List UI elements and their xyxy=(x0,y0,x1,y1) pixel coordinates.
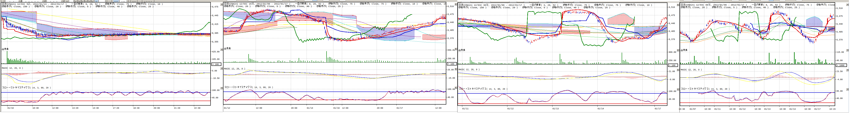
svg-text:250.00: 250.00 xyxy=(669,59,676,62)
svg-text:16:30: 16:30 xyxy=(679,108,685,110)
svg-text:21.00: 21.00 xyxy=(669,71,675,73)
svg-text:21:20: 21:20 xyxy=(174,107,180,109)
svg-text:-15.00: -15.00 xyxy=(447,77,455,79)
svg-text:225mini 12/03( 5: 225mini 12/03( 5 xyxy=(6,3,28,5)
svg-text:( 9, 26, 52 ): ( 9, 26, 52 ) xyxy=(83,3,100,5)
svg-text:, 2012/01/06 - 2012/01/17 ): , 2012/01/06 - 2012/01/17 ) xyxy=(254,3,290,5)
svg-text:40.00: 40.00 xyxy=(836,97,843,100)
svg-text:40.00: 40.00 xyxy=(447,96,454,98)
svg-text:01/12: 01/12 xyxy=(224,107,230,109)
svg-text:16:30: 16:30 xyxy=(779,108,786,110)
svg-text:( Close, 20 ): ( Close, 20 ) xyxy=(500,6,518,9)
svg-text:225mini 12/03( 60: 225mini 12/03( 60 xyxy=(685,4,708,6)
svg-text:12:00: 12:00 xyxy=(256,107,262,109)
svg-text:10:40: 10:40 xyxy=(32,107,39,109)
svg-text:( 14, 3, 80, 20 ): ( 14, 3, 80, 20 ) xyxy=(709,88,730,90)
svg-text:, 2012/01/13 - 2012/01/17 ): , 2012/01/13 - 2012/01/17 ) xyxy=(30,3,67,5)
svg-text:× 1000: × 1000 xyxy=(837,64,844,67)
svg-text:01/12: 01/12 xyxy=(739,108,746,110)
svg-text:MACD( 12, 26, 9 ): MACD( 12, 26, 9 ) xyxy=(681,69,702,71)
svg-text:( Close, 25 ): ( Close, 25 ) xyxy=(782,6,800,9)
svg-text:23.50: 23.50 xyxy=(836,71,843,73)
svg-text:16:15: 16:15 xyxy=(829,108,836,110)
svg-text:8,405: 8,405 xyxy=(447,29,454,32)
svg-text:( Close, 40 ): ( Close, 40 ) xyxy=(562,6,579,9)
svg-text:45.00: 45.00 xyxy=(212,97,218,99)
svg-text:( Close, 10 ): ( Close, 10 ) xyxy=(146,3,163,5)
svg-text:8,510: 8,510 xyxy=(669,6,675,8)
svg-text:12:00: 12:00 xyxy=(342,107,348,109)
svg-text:100.00: 100.00 xyxy=(447,88,455,90)
svg-text:8,475: 8,475 xyxy=(212,6,218,8)
svg-text:650.00: 650.00 xyxy=(447,49,455,51)
svg-text:16:30: 16:30 xyxy=(754,108,761,110)
svg-text:8,405: 8,405 xyxy=(669,30,675,33)
svg-text:( Close, 5 ): ( Close, 5 ) xyxy=(75,5,91,8)
svg-text:( Close, 25 ): ( Close, 25 ) xyxy=(593,6,610,9)
svg-text:01/14: 01/14 xyxy=(789,108,796,110)
svg-text:8,355: 8,355 xyxy=(212,41,218,43)
svg-text:( Close, 10 ): ( Close, 10 ) xyxy=(400,3,418,5)
svg-text:( Close, 5 ): ( Close, 5 ) xyxy=(265,5,281,8)
svg-text:01/17: 01/17 xyxy=(397,107,403,109)
svg-text:12:00: 12:00 xyxy=(52,107,58,109)
svg-text:8,510: 8,510 xyxy=(836,7,843,9)
svg-text:01/16: 01/16 xyxy=(333,107,340,109)
svg-text:( Close, 5 ): ( Close, 5 ) xyxy=(721,6,738,9)
svg-text:22:40: 22:40 xyxy=(194,107,200,109)
svg-text:8,440: 8,440 xyxy=(447,21,454,24)
svg-text:16:30: 16:30 xyxy=(705,108,711,110)
svg-text:14:40: 14:40 xyxy=(93,107,99,109)
svg-text:( 14, 3, 80, 20 ): ( 14, 3, 80, 20 ) xyxy=(252,86,273,89)
svg-text:16:30: 16:30 xyxy=(730,108,736,110)
svg-text:25.00: 25.00 xyxy=(447,69,454,71)
svg-text:40.00: 40.00 xyxy=(836,59,843,62)
svg-text:MACD( 12, 26, 9 ): MACD( 12, 26, 9 ) xyxy=(459,69,480,71)
svg-text:-9.00: -9.00 xyxy=(669,79,675,81)
svg-text:( Close, 75 ): ( Close, 75 ) xyxy=(338,3,355,5)
svg-text:16:30: 16:30 xyxy=(804,108,811,110)
svg-text:200.00: 200.00 xyxy=(447,57,455,60)
svg-text:( Close, 150 ): ( Close, 150 ) xyxy=(11,5,30,8)
svg-text:( Close, 40 ): ( Close, 40 ) xyxy=(105,5,122,8)
svg-text:165.00: 165.00 xyxy=(212,58,219,60)
svg-text:( Close, 150 ): ( Close, 150 ) xyxy=(468,6,487,9)
svg-text:425.00: 425.00 xyxy=(212,51,219,53)
svg-text:01/11: 01/11 xyxy=(462,108,468,110)
svg-text:( Close, 75 ): ( Close, 75 ) xyxy=(369,3,386,5)
svg-text:, 2012/01/06 - 2012/01/17 ): , 2012/01/06 - 2012/01/17 ) xyxy=(711,4,747,6)
svg-text:8,440: 8,440 xyxy=(669,22,675,25)
svg-text:01/13: 01/13 xyxy=(764,108,771,110)
svg-text:8,370: 8,370 xyxy=(836,39,843,41)
svg-text:5.00: 5.00 xyxy=(212,70,217,72)
svg-text:MACD( 12, 26, 9 ): MACD( 12, 26, 9 ) xyxy=(2,67,23,70)
svg-text:01/12: 01/12 xyxy=(507,108,514,110)
svg-text:( Close, 5 ): ( Close, 5 ) xyxy=(532,6,548,9)
svg-text:800.00: 800.00 xyxy=(669,51,676,53)
svg-text:( Close, 40 ): ( Close, 40 ) xyxy=(751,6,769,9)
svg-text:8,445: 8,445 xyxy=(212,14,218,17)
svg-text:17:20: 17:20 xyxy=(113,107,119,109)
svg-text:8,475: 8,475 xyxy=(836,15,843,17)
svg-text:× 100: × 100 xyxy=(212,63,219,65)
svg-text:18:40: 18:40 xyxy=(133,107,140,109)
svg-text:8,440: 8,440 xyxy=(836,23,843,25)
svg-text:95.00: 95.00 xyxy=(836,90,843,92)
svg-text:8,405: 8,405 xyxy=(836,31,843,33)
svg-text:( 9, 26, 52 ): ( 9, 26, 52 ) xyxy=(763,4,780,6)
svg-text:01/17: 01/17 xyxy=(814,108,820,110)
svg-text:13:20: 13:20 xyxy=(72,107,79,109)
svg-text:( Close, 75 ): ( Close, 75 ) xyxy=(572,4,590,6)
svg-text:225mini 12/03( 15: 225mini 12/03( 15 xyxy=(229,3,251,5)
svg-text:01/17: 01/17 xyxy=(655,108,661,110)
svg-text:-4.00: -4.00 xyxy=(836,79,843,81)
svg-text:( Close, 20 ): ( Close, 20 ) xyxy=(690,6,707,9)
svg-text:MACD( 12, 26, 9 ): MACD( 12, 26, 9 ) xyxy=(224,68,245,70)
svg-text:8,510: 8,510 xyxy=(447,5,454,8)
svg-text:40.00: 40.00 xyxy=(669,98,675,100)
svg-text:8,370: 8,370 xyxy=(669,38,675,41)
svg-text:( Close, 20 ): ( Close, 20 ) xyxy=(233,5,251,8)
svg-text:( 14, 3, 80, 20 ): ( 14, 3, 80, 20 ) xyxy=(486,88,507,90)
svg-text:( Close, 75 ): ( Close, 75 ) xyxy=(795,4,812,6)
svg-text:( Close, 25 ): ( Close, 25 ) xyxy=(326,5,343,8)
